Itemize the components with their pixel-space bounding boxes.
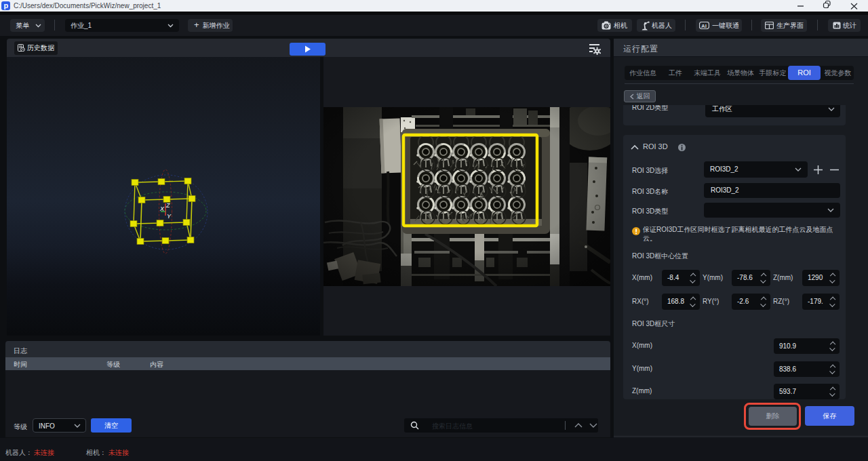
svg-text:X: X <box>159 205 165 212</box>
svg-text:Z: Z <box>165 202 170 209</box>
svg-text:AI: AI <box>701 23 707 29</box>
svg-text:Y: Y <box>167 213 172 220</box>
